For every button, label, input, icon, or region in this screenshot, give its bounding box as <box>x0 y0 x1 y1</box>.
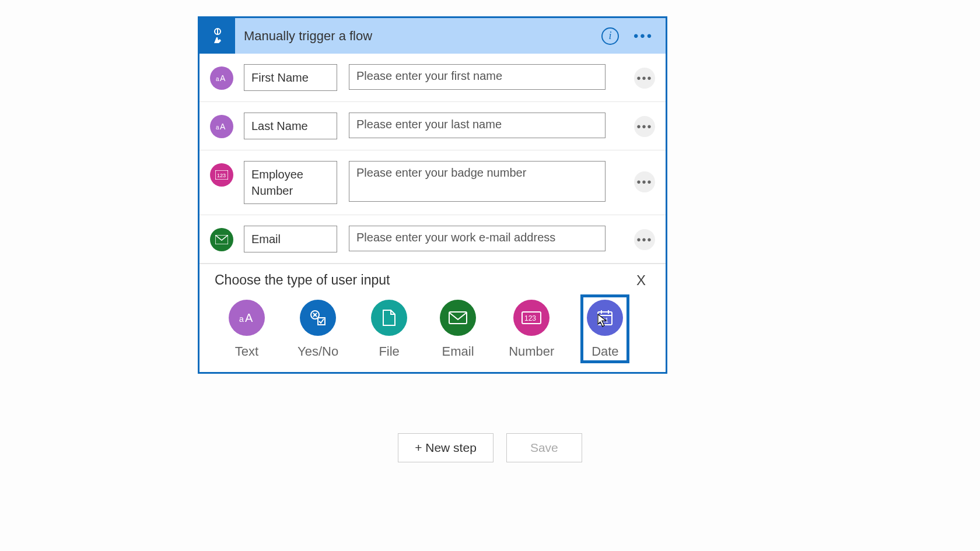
text-type-icon: aA <box>210 115 233 138</box>
cursor-icon <box>597 314 608 328</box>
text-type-icon: aA <box>210 66 233 90</box>
type-label: File <box>379 344 399 359</box>
svg-text:A: A <box>220 73 226 83</box>
text-icon: aA <box>229 300 265 336</box>
svg-text:A: A <box>220 122 226 131</box>
trigger-card: Manually trigger a flow i ••• aA First N… <box>198 16 667 374</box>
svg-text:a: a <box>216 76 219 82</box>
type-option-number[interactable]: 123 Number <box>505 297 558 360</box>
save-button[interactable]: Save <box>506 433 582 462</box>
input-types-row: aA Text Yes/No F <box>215 297 650 360</box>
type-label: Date <box>592 344 618 359</box>
number-icon: 123 <box>513 300 550 336</box>
svg-text:A: A <box>245 311 253 324</box>
yesno-icon <box>300 300 336 336</box>
input-row: Email Please enter your work e-mail addr… <box>200 215 666 264</box>
info-button[interactable]: i <box>601 27 619 45</box>
input-name-field[interactable]: Last Name <box>244 113 337 139</box>
input-name-field[interactable]: Employee Number <box>244 161 337 204</box>
type-option-text[interactable]: aA Text <box>225 297 268 360</box>
row-more-button[interactable]: ••• <box>634 68 655 89</box>
number-type-icon: 123 <box>210 163 233 187</box>
new-step-button[interactable]: + New step <box>398 433 494 462</box>
type-label: Number <box>509 344 554 359</box>
email-type-icon <box>210 228 233 251</box>
input-name-field[interactable]: Email <box>244 226 337 252</box>
svg-text:123: 123 <box>524 314 536 322</box>
input-row: aA Last Name Please enter your last name… <box>200 102 666 150</box>
close-button[interactable]: X <box>632 272 650 289</box>
type-option-date[interactable]: 21 Date <box>583 297 626 360</box>
add-input-title: Choose the type of user input <box>215 272 390 288</box>
type-label: Email <box>442 344 474 359</box>
file-icon <box>371 300 407 336</box>
input-name-field[interactable]: First Name <box>244 64 337 91</box>
card-title: Manually trigger a flow <box>235 29 601 44</box>
input-prompt-field[interactable]: Please enter your last name <box>349 113 606 138</box>
row-more-button[interactable]: ••• <box>634 229 655 250</box>
svg-text:123: 123 <box>217 173 226 178</box>
svg-text:a: a <box>239 314 244 324</box>
card-header: Manually trigger a flow i ••• <box>200 18 666 54</box>
trigger-icon <box>200 18 235 54</box>
type-option-email[interactable]: Email <box>436 297 480 360</box>
type-label: Yes/No <box>298 344 338 359</box>
row-more-button[interactable]: ••• <box>634 116 655 137</box>
input-prompt-field[interactable]: Please enter your badge number <box>349 161 606 202</box>
add-input-section: Choose the type of user input X aA Text <box>200 264 666 372</box>
row-more-button[interactable]: ••• <box>634 171 655 192</box>
input-row: aA First Name Please enter your first na… <box>200 54 666 102</box>
type-option-yesno[interactable]: Yes/No <box>294 297 342 360</box>
type-option-file[interactable]: File <box>368 297 411 360</box>
input-prompt-field[interactable]: Please enter your first name <box>349 64 606 90</box>
type-label: Text <box>235 344 258 359</box>
svg-text:a: a <box>216 124 219 131</box>
card-more-button[interactable]: ••• <box>632 24 655 48</box>
footer-buttons: + New step Save <box>0 433 980 462</box>
email-icon <box>440 300 476 336</box>
input-prompt-field[interactable]: Please enter your work e-mail address <box>349 226 606 251</box>
input-row: 123 Employee Number Please enter your ba… <box>200 150 666 215</box>
svg-rect-12 <box>449 312 467 324</box>
